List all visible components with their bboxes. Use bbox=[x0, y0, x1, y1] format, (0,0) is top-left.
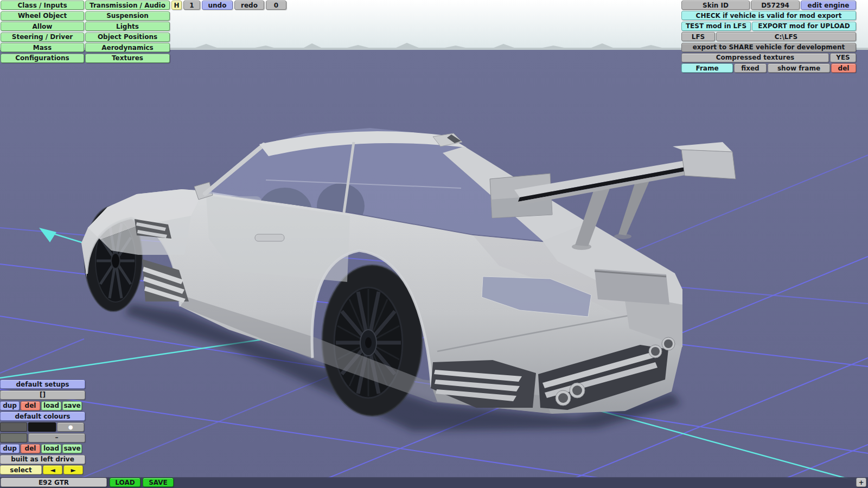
history-zero-button[interactable]: 0 bbox=[266, 1, 286, 10]
compressed-textures-toggle[interactable]: YES bbox=[830, 53, 856, 62]
colour-swatch-3[interactable] bbox=[0, 433, 27, 442]
add-button[interactable]: + bbox=[856, 478, 866, 487]
colour-dup-button[interactable]: dup bbox=[0, 444, 20, 453]
menu-item-configurations[interactable]: Configurations bbox=[1, 54, 84, 63]
menu-item-aerodynamics[interactable]: Aerodynamics bbox=[85, 43, 170, 52]
undo-button[interactable]: undo bbox=[202, 1, 233, 10]
colour-swatch-1[interactable] bbox=[0, 422, 27, 432]
menu-item-object-positions[interactable]: Object Positions bbox=[85, 33, 170, 42]
show-frame-button[interactable]: show frame bbox=[768, 63, 830, 73]
lfs-button[interactable]: LFS bbox=[681, 32, 715, 41]
export-mod-button[interactable]: EXPORT mod for UPLOAD bbox=[752, 22, 856, 31]
setup-save-button[interactable]: save bbox=[62, 401, 82, 410]
menu-item-lights[interactable]: Lights bbox=[85, 22, 170, 31]
save-vehicle-button[interactable]: SAVE bbox=[143, 478, 174, 487]
menu-item-textures[interactable]: Textures bbox=[85, 54, 170, 63]
door-handle bbox=[255, 234, 284, 241]
skin-id-label[interactable]: Skin ID bbox=[681, 1, 750, 10]
colour-load-button[interactable]: load bbox=[41, 444, 61, 453]
colour-dash-button[interactable]: – bbox=[28, 433, 85, 442]
select-button[interactable]: select bbox=[0, 465, 42, 474]
menu-item-transmission-audio[interactable]: Transmission / Audio bbox=[85, 1, 170, 10]
setup-dup-button[interactable]: dup bbox=[0, 401, 20, 410]
compressed-textures-label[interactable]: Compressed textures bbox=[681, 53, 829, 62]
vehicle-name-button[interactable]: E92 GTR bbox=[1, 478, 107, 487]
colour-swatch-2[interactable] bbox=[28, 422, 56, 432]
share-export-button[interactable]: export to SHARE vehicle for development bbox=[681, 43, 856, 52]
menu-item-allow[interactable]: Allow bbox=[1, 22, 84, 31]
lfs-vehicle-editor: Class / Inputs Transmission / Audio Whee… bbox=[0, 0, 868, 488]
check-valid-button[interactable]: CHECK if vehicle is valid for mod export bbox=[681, 11, 856, 20]
menu-item-class-inputs[interactable]: Class / Inputs bbox=[1, 1, 84, 10]
bottom-bar: E92 GTR LOAD SAVE + bbox=[0, 477, 868, 488]
history-h-button[interactable]: H bbox=[171, 1, 182, 10]
colour-save-button[interactable]: save bbox=[62, 444, 82, 453]
setups-panel: default setups [] dup del load save defa… bbox=[0, 380, 85, 476]
setup-del-button[interactable]: del bbox=[21, 401, 40, 410]
next-arrow-button[interactable]: ► bbox=[63, 465, 83, 474]
export-panel: Skin ID D57294 edit engine CHECK if vehi… bbox=[681, 1, 856, 74]
main-menu: Class / Inputs Transmission / Audio Whee… bbox=[1, 1, 170, 64]
history-step-value[interactable]: 1 bbox=[183, 1, 200, 10]
menu-item-suspension[interactable]: Suspension bbox=[85, 11, 170, 21]
menu-item-wheel-object[interactable]: Wheel Object bbox=[1, 11, 84, 21]
lfs-path-field[interactable]: C:\LFS bbox=[716, 32, 856, 41]
menu-item-mass[interactable]: Mass bbox=[1, 43, 84, 52]
frame-button[interactable]: Frame bbox=[681, 63, 733, 73]
redo-button[interactable]: redo bbox=[234, 1, 264, 10]
fixed-button[interactable]: fixed bbox=[734, 63, 767, 73]
built-as-left-drive-toggle[interactable]: built as left drive bbox=[0, 455, 85, 464]
colour-del-button[interactable]: del bbox=[21, 444, 40, 453]
skin-id-value[interactable]: D57294 bbox=[751, 1, 800, 10]
menu-item-steering-driver[interactable]: Steering / Driver bbox=[1, 33, 84, 42]
colour-dot-button[interactable]: ● bbox=[57, 422, 84, 432]
test-mod-button[interactable]: TEST mod in LFS bbox=[681, 22, 751, 31]
setup-load-button[interactable]: load bbox=[41, 401, 61, 410]
setup-name-field[interactable]: [] bbox=[0, 390, 85, 400]
default-colours-header[interactable]: default colours bbox=[0, 412, 85, 421]
history-bar: H 1 undo redo 0 bbox=[171, 1, 286, 10]
edit-engine-button[interactable]: edit engine bbox=[801, 1, 856, 10]
default-setups-header[interactable]: default setups bbox=[0, 380, 85, 389]
prev-arrow-button[interactable]: ◄ bbox=[43, 465, 62, 474]
load-vehicle-button[interactable]: LOAD bbox=[110, 478, 141, 487]
frame-del-button[interactable]: del bbox=[831, 63, 856, 73]
